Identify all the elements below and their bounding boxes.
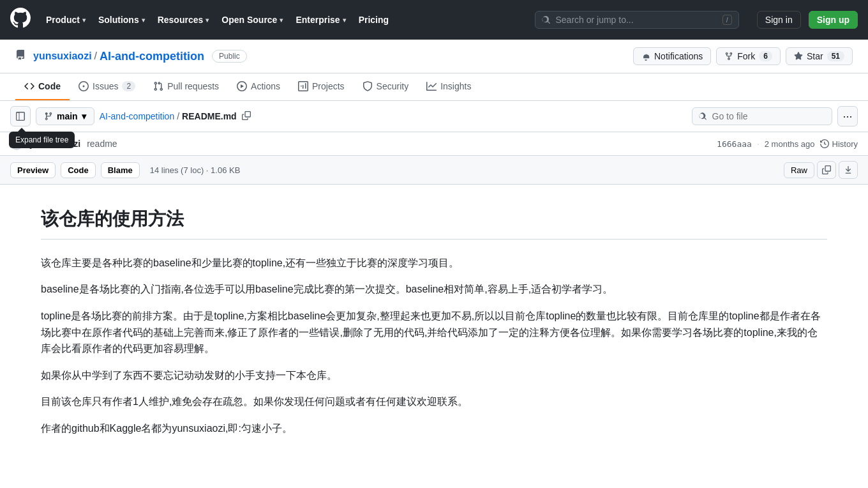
repo-owner-link[interactable]: yunsuxiaozi [33, 50, 92, 62]
search-icon [542, 15, 551, 25]
nav-solutions-label: Solutions [98, 15, 139, 25]
commit-sha[interactable]: 1666aaa [717, 139, 752, 149]
repo-icon [15, 50, 26, 63]
issues-badge: 2 [122, 81, 135, 91]
readme-content: 该仓库的使用方法 该仓库主要是各种比赛的baseline和少量比赛的toplin… [0, 185, 868, 468]
breadcrumb: yunsuxiaozi / AI-and-competition [33, 50, 204, 63]
tab-insights[interactable]: Insights [417, 73, 480, 100]
graph-icon [426, 81, 437, 91]
readme-para-5: 作者的github和Kaggle名都为yunsuxiaozi,即:匀速小子。 [41, 420, 827, 437]
download-button[interactable] [839, 161, 858, 179]
commit-time: 2 months ago [765, 139, 815, 149]
star-count: 51 [827, 51, 844, 61]
star-icon [794, 52, 803, 61]
sign-up-button[interactable]: Sign up [809, 11, 858, 29]
breadcrumb-sep: / [177, 111, 179, 121]
chevron-down-icon: ▾ [142, 17, 145, 24]
play-icon [237, 81, 247, 91]
github-logo[interactable] [10, 8, 31, 32]
file-breadcrumb: AI-and-competition / README.md [100, 111, 251, 122]
tab-security[interactable]: Security [354, 73, 418, 100]
tab-projects[interactable]: Projects [289, 73, 354, 100]
branch-icon [44, 112, 53, 121]
breadcrumb-separator: / [94, 50, 97, 62]
branch-selector[interactable]: main ▾ [36, 107, 94, 125]
meta-separator: · [757, 139, 760, 149]
more-dots-icon: ··· [842, 110, 852, 123]
readme-para-0: 该仓库主要是各种比赛的baseline和少量比赛的topline,还有一些独立于… [41, 255, 827, 271]
history-button[interactable]: History [820, 139, 858, 149]
go-to-file-input[interactable] [712, 111, 825, 121]
raw-button[interactable]: Raw [784, 162, 814, 178]
nav-open-source[interactable]: Open Source ▾ [216, 11, 288, 29]
fork-label: Fork [737, 51, 755, 61]
nav-solutions[interactable]: Solutions ▾ [93, 11, 150, 29]
tab-projects-label: Projects [312, 81, 345, 91]
shield-icon [363, 81, 373, 91]
search-icon [699, 112, 707, 121]
tab-pull-requests[interactable]: Pull requests [144, 73, 228, 100]
file-info: 14 lines (7 loc) · 1.06 KB [150, 165, 241, 175]
chevron-down-icon: ▾ [343, 17, 346, 24]
readme-para-1: baseline是各场比赛的入门指南,各位选手可以用baseline完成比赛的第… [41, 281, 827, 298]
search-input[interactable] [555, 15, 717, 25]
more-options-button[interactable]: ··· [837, 106, 858, 126]
tab-actions[interactable]: Actions [228, 73, 289, 100]
chevron-down-icon: ▾ [206, 17, 209, 24]
nav-enterprise[interactable]: Enterprise ▾ [290, 11, 350, 29]
expand-file-tree-button[interactable] [10, 106, 31, 126]
copy-content-button[interactable] [817, 161, 836, 179]
repo-tab-bar: Code Issues 2 Pull requests Actions Proj… [0, 73, 868, 101]
chevron-down-icon: ▾ [82, 17, 86, 24]
file-view-bar: Preview Code Blame 14 lines (7 loc) · 1.… [0, 156, 868, 185]
tab-code[interactable]: Code [15, 73, 70, 100]
star-label: Star [807, 51, 823, 61]
tab-security-label: Security [377, 81, 409, 91]
commit-meta: 1666aaa · 2 months ago History [717, 139, 858, 149]
fork-count: 6 [759, 51, 772, 61]
pr-icon [153, 81, 163, 91]
global-search[interactable]: / [535, 11, 739, 29]
go-to-file-search[interactable] [692, 107, 832, 125]
sign-in-button[interactable]: Sign in [757, 11, 801, 29]
fork-button[interactable]: Fork 6 [716, 47, 781, 65]
breadcrumb-filename: README.md [182, 111, 237, 121]
nav-product-label: Product [46, 15, 80, 25]
expand-tooltip: Expand file tree [9, 132, 75, 148]
notifications-button[interactable]: Notifications [633, 47, 711, 65]
nav-right-actions: Sign in Sign up [757, 11, 858, 29]
copy-path-icon[interactable] [242, 111, 251, 122]
file-path-bar: Expand file tree main ▾ AI-and-competiti… [0, 101, 868, 132]
repo-header: yunsuxiaozi / AI-and-competition Public … [0, 40, 868, 73]
commit-message: readme [87, 139, 117, 149]
nav-pricing[interactable]: Pricing [354, 11, 394, 29]
readme-para-4: 目前该仓库只有作者1人维护,难免会存在疏忽。如果你发现任何问题或者有任何建议欢迎… [41, 393, 827, 410]
repo-name-link[interactable]: AI-and-competition [100, 50, 204, 63]
breadcrumb-repo-link[interactable]: AI-and-competition [100, 111, 175, 121]
star-button[interactable]: Star 51 [786, 47, 853, 65]
commit-bar: yunsuxiaozi readme 1666aaa · 2 months ag… [0, 132, 868, 156]
nav-resources-label: Resources [158, 15, 204, 25]
nav-open-source-label: Open Source [221, 15, 277, 25]
visibility-badge: Public [212, 50, 247, 63]
chevron-down-icon: ▾ [280, 17, 283, 24]
nav-enterprise-label: Enterprise [296, 15, 340, 25]
copy-icon [822, 165, 831, 174]
readme-para-2: topline是各场比赛的前排方案。由于是topline,方案相比baselin… [41, 308, 827, 357]
nav-product[interactable]: Product ▾ [41, 11, 91, 29]
top-navigation: Product ▾ Solutions ▾ Resources ▾ Open S… [0, 0, 868, 40]
bell-icon [641, 52, 650, 61]
projects-icon [298, 81, 308, 91]
blame-button[interactable]: Blame [101, 162, 140, 178]
readme-para-3: 如果你从中学到了东西不要忘记动动发财的小手支持一下本仓库。 [41, 367, 827, 384]
nav-resources[interactable]: Resources ▾ [153, 11, 214, 29]
issue-icon [79, 81, 89, 91]
notifications-label: Notifications [654, 51, 703, 61]
tab-issues-label: Issues [93, 81, 118, 91]
tab-pr-label: Pull requests [167, 81, 219, 91]
tab-issues[interactable]: Issues 2 [70, 73, 144, 100]
code-view-button[interactable]: Code [61, 162, 96, 178]
sidebar-icon [15, 111, 26, 121]
preview-button[interactable]: Preview [10, 162, 56, 178]
repo-action-buttons: Notifications Fork 6 Star 51 [633, 47, 853, 65]
